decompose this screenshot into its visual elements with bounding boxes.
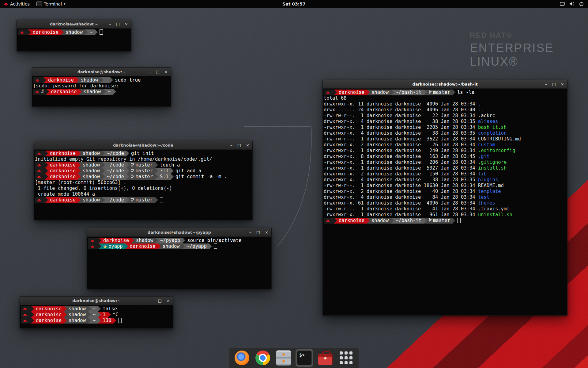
dock-item-files[interactable]	[275, 349, 292, 367]
maximize-button[interactable]: □	[158, 299, 162, 303]
minimize-button[interactable]: –	[149, 70, 151, 74]
prompt-segment-user: darknoise	[45, 168, 78, 174]
terminal-content[interactable]: darknoiseshadow~	[17, 29, 131, 51]
minimize-button[interactable]: –	[151, 299, 153, 303]
prompt-segment-text: darknoise	[50, 151, 76, 156]
prompt-segment-hat	[35, 162, 45, 168]
ls-columns: drwxrwxr-x. 2 darknoise darknoise 40 Jan…	[324, 189, 478, 194]
terminal-line: darknoiseshadow~/pyappsource bin/activat…	[88, 238, 270, 243]
prompt-segment-path: ~/code	[102, 151, 126, 156]
prompt-segment-text: shadow	[163, 243, 180, 249]
output-text: [master (root-commit) 50bcb63] .	[35, 180, 126, 185]
maximize-button[interactable]: □	[552, 82, 556, 86]
terminal-window-t3[interactable]: darknoise@shadow:~/code – □ × darknoises…	[34, 141, 253, 220]
prompt-segment-hat	[18, 29, 28, 35]
maximize-button[interactable]: □	[256, 230, 260, 234]
prompt-segment-text: shadow	[69, 318, 86, 323]
prompt-segment-host: shadow	[78, 151, 102, 156]
minimize-button[interactable]: –	[109, 22, 111, 26]
ls-columns: -rwxrwxr-x. 1 darknoise darknoise 2205 J…	[324, 125, 478, 130]
file-name: uninstall.sh	[478, 212, 512, 217]
dock-item-chrome[interactable]	[254, 349, 272, 367]
terminal-window-t4[interactable]: darknoise@shadow:~/pyapp – □ × darknoise…	[87, 228, 272, 289]
activities-button[interactable]: Activities	[0, 0, 33, 8]
dock-item-firefox[interactable]	[233, 349, 251, 367]
terminal-line: darknoiseshadow~/codegit init	[35, 151, 251, 156]
terminal-content[interactable]: darknoiseshadow~/pyappsource bin/activat…	[87, 237, 271, 289]
terminal-content[interactable]: darknoiseshadow~/codegit initInitialized…	[34, 150, 252, 220]
window-titlebar[interactable]: darknoise@shadow:~/code – □ ×	[34, 141, 252, 150]
close-button[interactable]: ×	[164, 70, 168, 74]
file-name: test	[478, 194, 489, 200]
file-name: CONTRIBUTING.md	[478, 136, 521, 142]
window-titlebar[interactable]: darknoise@shadow:~ – □ ×	[20, 297, 173, 305]
terminal-content[interactable]: darknoiseshadow~falsedarknoiseshadow~1^C…	[20, 305, 173, 328]
prompt-segment-host: shadow	[78, 174, 102, 180]
file-name: .travis.yml	[478, 206, 510, 212]
terminal-line: 1 file changed, 0 insertions(+), 0 delet…	[35, 186, 251, 191]
prompt-segment-text: ~/bash-it	[396, 90, 421, 95]
terminal-window-t6-bash-it[interactable]: darknoise@shadow:~/bash-it – □ × darknoi…	[322, 80, 567, 316]
prompt-segment-hat	[88, 243, 99, 249]
terminal-content[interactable]: darknoiseshadow~sudo true[sudo] password…	[32, 76, 171, 106]
ls-columns: -rw-rw-r--. 1 darknoise darknoise 18630 …	[324, 183, 478, 188]
prompt-segment-user: darknoise	[45, 197, 78, 203]
window-titlebar[interactable]: darknoise@shadow:~/bash-it – □ ×	[323, 80, 567, 89]
terminal-line: create mode 100644 a	[35, 191, 251, 197]
close-button[interactable]: ×	[246, 143, 249, 147]
prompt-segment-gitstatus: S:1	[155, 174, 171, 180]
command-text: ls -la	[457, 90, 474, 95]
system-status-area[interactable]	[557, 0, 586, 8]
dock-item-terminal[interactable]: $>	[296, 349, 313, 367]
ls-columns: -rwxrwxr-x. 1 darknoise darknoise 961 Ja…	[324, 212, 478, 217]
close-button[interactable]: ×	[561, 82, 564, 86]
prompt-segment-text: shadow	[84, 89, 101, 94]
terminal-line: darknoiseshadow~false	[21, 306, 172, 312]
ls-columns: drwxrwxr-x. 2 darknoise darknoise 26 Jan…	[324, 142, 478, 148]
maximize-button[interactable]: □	[156, 70, 160, 74]
file-name: lib	[478, 171, 487, 177]
dock-item-app-grid[interactable]	[337, 349, 355, 367]
output-text: Initialized empty Git repository in /hom…	[35, 156, 212, 162]
dock-item-toolbox[interactable]	[316, 349, 334, 367]
close-button[interactable]: ×	[265, 230, 268, 234]
terminal-window-t1[interactable]: darknoise@shadow:~ – □ × darknoiseshadow…	[17, 20, 131, 52]
minimize-button[interactable]: –	[545, 82, 547, 86]
window-controls: – □ ×	[230, 141, 249, 149]
minimize-button[interactable]: –	[249, 230, 251, 234]
prompt-segment-text: ?:1	[160, 168, 168, 174]
minimize-button[interactable]: –	[230, 143, 232, 147]
close-button[interactable]: ×	[125, 22, 128, 26]
ls-columns: drwxrwxr-x. 4 darknoise darknoise 84 Jan…	[324, 194, 478, 200]
prompt-segment-host: shadow	[367, 218, 391, 224]
terminal-line: darknoiseshadow~/codemaster?:1git add a	[35, 168, 251, 174]
window-titlebar[interactable]: darknoise@shadow:~ – □ ×	[17, 20, 131, 29]
prompt-segment-text: S:1	[160, 174, 168, 179]
prompt-segment-text: ~	[105, 77, 108, 83]
maximize-button[interactable]: □	[237, 143, 241, 147]
app-menu-terminal[interactable]: Terminal ▾	[33, 0, 69, 8]
prompt-segment-text: shadow	[83, 168, 100, 174]
prompt-segment-text: ~	[93, 306, 96, 312]
file-name: completion	[478, 130, 507, 136]
terminal-window-t2[interactable]: darknoise@shadow:~ – □ × darknoiseshadow…	[32, 67, 171, 107]
close-button[interactable]: ×	[167, 299, 170, 303]
terminal-window-t5[interactable]: darknoise@shadow:~ – □ × darknoiseshadow…	[20, 296, 173, 328]
terminal-line: darknoiseshadow~	[18, 29, 130, 35]
redhat-icon	[90, 238, 95, 244]
prompt-segment-path: ~/code	[102, 197, 126, 203]
file-name: .editorconfig	[478, 148, 515, 153]
output-text: create mode 100644 a	[35, 191, 95, 197]
window-titlebar[interactable]: darknoise@shadow:~ – □ ×	[32, 68, 171, 76]
prompt-segment-host: shadow	[79, 89, 103, 95]
redhat-icon	[23, 306, 27, 312]
file-name: plugins	[478, 177, 498, 182]
terminal-content[interactable]: darknoiseshadow~/bash-itmasterls -latota…	[323, 89, 567, 315]
clock[interactable]: Sat 03:57	[282, 2, 306, 6]
ls-columns: drwxrwxr-x. 61 darknoise darknoise 4096 …	[324, 200, 478, 206]
prompt-segment-path: ~	[85, 29, 95, 35]
window-titlebar[interactable]: darknoise@shadow:~/pyapp – □ ×	[87, 228, 271, 237]
maximize-button[interactable]: □	[116, 22, 120, 26]
redhat-icon	[35, 78, 40, 83]
terminal-line: darknoiseshadow~1^C	[21, 312, 172, 318]
